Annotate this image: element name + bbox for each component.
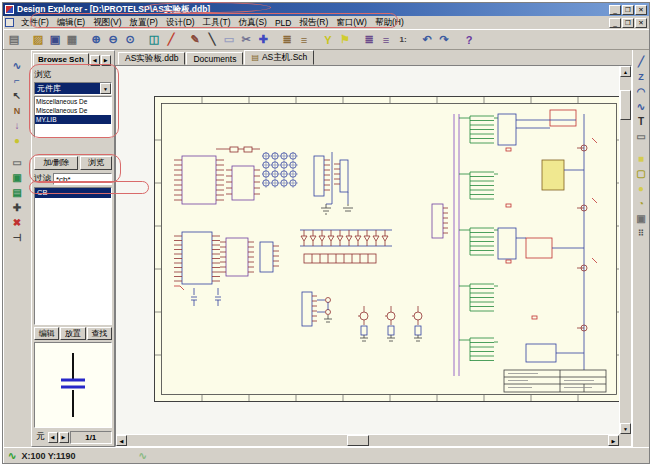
bezier-icon[interactable]: ∿ [634,100,648,113]
text-tool-icon[interactable]: T [634,115,648,128]
zoom-out-icon[interactable]: ⊖ [105,32,121,48]
rect-draw-icon[interactable]: ■ [634,152,648,165]
cursor-icon[interactable]: ↖ [9,89,25,102]
move-icon[interactable]: ✚ [255,32,271,48]
redo-icon[interactable]: ↷ [436,32,452,48]
find-button[interactable]: 查找 [87,327,112,340]
array-icon[interactable]: ⠿ [634,227,648,240]
clipboard-icon[interactable]: ▤ [6,32,22,48]
menu-help[interactable]: 帮助(H) [371,17,408,29]
list-item-selected[interactable]: CB [35,188,111,198]
menu-pld[interactable]: PLD [271,18,296,28]
polyline-icon[interactable]: Z [634,70,648,83]
child-minimize-button[interactable]: _ [609,18,621,28]
net-label-icon[interactable]: N [9,104,25,117]
annotate-icon[interactable]: 1: [395,32,411,48]
components-icon[interactable]: ◫ [146,32,162,48]
scroll-down-button[interactable]: ▼ [620,423,631,434]
minimize-button[interactable]: _ [609,5,621,15]
child-close-button[interactable]: ✕ [635,18,647,28]
book-up-icon[interactable]: ≣ [361,32,377,48]
browse-mode-select[interactable]: 元件库 ▼ [34,82,112,95]
no-erc-icon[interactable]: ✖ [9,216,25,229]
bus-tool-icon[interactable]: ⌐ [9,74,25,87]
book-down-icon[interactable]: ≡ [378,32,394,48]
undo-icon[interactable]: ↶ [419,32,435,48]
chevron-down-icon[interactable]: ▼ [100,83,111,94]
menu-file[interactable]: 文件(F) [17,17,53,29]
zoom-in-icon[interactable]: ⊕ [88,32,104,48]
wire-tool-icon[interactable]: ∿ [9,59,25,72]
scrollbar-corner [619,434,631,446]
crosshair-icon[interactable]: ✚ [9,201,25,214]
list-item[interactable]: Miscellaneous De [35,106,111,115]
schematic-canvas[interactable]: ▲ ▼ ◀ ▶ [115,65,632,447]
probe-icon[interactable]: Y [320,32,336,48]
roundrect-draw-icon[interactable]: ▢ [634,167,648,180]
filter-input[interactable] [53,173,112,185]
library-list-icon[interactable]: ≡ [296,32,312,48]
save-icon[interactable]: ▣ [47,32,63,48]
menu-window[interactable]: 窗口(W) [332,17,371,29]
select-rect-icon[interactable]: ▭ [221,32,237,48]
junction-icon[interactable]: ● [9,134,25,147]
ellipse-draw-icon[interactable]: ● [634,182,648,195]
vertical-scroll-thumb[interactable] [620,90,631,120]
rect-tool-icon[interactable]: ▭ [9,156,25,169]
menu-view[interactable]: 视图(V) [89,17,125,29]
scroll-right-button[interactable]: ▶ [608,435,619,446]
horizontal-scrollbar[interactable]: ◀ ▶ [116,434,619,446]
browse-button[interactable]: 浏览 [80,156,112,170]
wire-icon[interactable]: ╱ [163,32,179,48]
flag-icon[interactable]: ⚑ [337,32,353,48]
menu-tools[interactable]: 工具(T) [199,17,235,29]
maximize-button[interactable]: ❐ [622,5,634,15]
zoom-page-icon[interactable]: ⊙ [122,32,138,48]
cut-icon[interactable]: ✂ [238,32,254,48]
menu-simulate[interactable]: 仿真(S) [235,17,271,29]
print-icon[interactable]: ▦ [64,32,80,48]
tab-as-host-sch[interactable]: ▤ AS主机.Sch [244,50,314,65]
graphic-icon[interactable]: ▣ [634,212,648,225]
open-folder-icon[interactable]: ▨ [30,32,46,48]
pie-draw-icon[interactable]: ◔ [634,197,648,210]
line-icon[interactable]: ╲ [204,32,220,48]
tools-icon[interactable]: ✎ [187,32,203,48]
help-icon[interactable]: ? [461,32,477,48]
vertical-scrollbar[interactable]: ▲ ▼ [619,66,631,434]
child-restore-button[interactable]: ❐ [622,18,634,28]
menu-edit[interactable]: 编辑(E) [53,17,89,29]
pin-icon[interactable]: ⊣ [9,231,25,244]
scroll-up-button[interactable]: ▲ [620,66,631,77]
menu-place[interactable]: 放置(P) [126,17,162,29]
tab-documents[interactable]: Documents [186,52,243,65]
prev-part-button[interactable]: ◀ [48,432,58,443]
schematic-sheet[interactable] [154,96,624,402]
browse-mode-value: 元件库 [35,83,100,94]
place-button[interactable]: 放置 [60,327,85,340]
sheet-entry-icon[interactable]: ▤ [9,186,25,199]
close-button[interactable]: ✕ [635,5,647,15]
child-window-icon[interactable] [5,18,14,27]
tab-browse-sch[interactable]: Browse Sch [33,53,89,66]
panel-tab-scroll-left[interactable]: ◀ [90,55,100,66]
horizontal-scroll-thumb[interactable] [347,435,369,446]
tab-as-board-ddb[interactable]: AS实验板.ddb [118,52,185,65]
add-remove-button[interactable]: 加/删除 [34,156,78,170]
arc-draw-icon[interactable]: ◠ [634,85,648,98]
scroll-left-button[interactable]: ◀ [116,435,127,446]
menu-design[interactable]: 设计(D) [162,17,199,29]
menu-reports[interactable]: 报告(R) [295,17,332,29]
power-port-icon[interactable]: ↓ [9,119,25,132]
line-draw-icon[interactable]: ╱ [634,55,648,68]
library-list[interactable]: Miscellaneous De Miscellaneous De MY.LIB [34,96,112,138]
next-part-button[interactable]: ▶ [59,432,69,443]
list-item[interactable]: Miscellaneous De [35,97,111,106]
component-list[interactable]: CB [34,187,112,325]
library-icon[interactable]: ≣ [279,32,295,48]
frame-tool-icon[interactable]: ▭ [634,130,648,143]
list-item-selected[interactable]: MY.LIB [35,115,111,124]
sheet-symbol-icon[interactable]: ▣ [9,171,25,184]
panel-tab-scroll-right[interactable]: ▶ [101,55,111,66]
edit-button[interactable]: 编辑 [34,327,59,340]
